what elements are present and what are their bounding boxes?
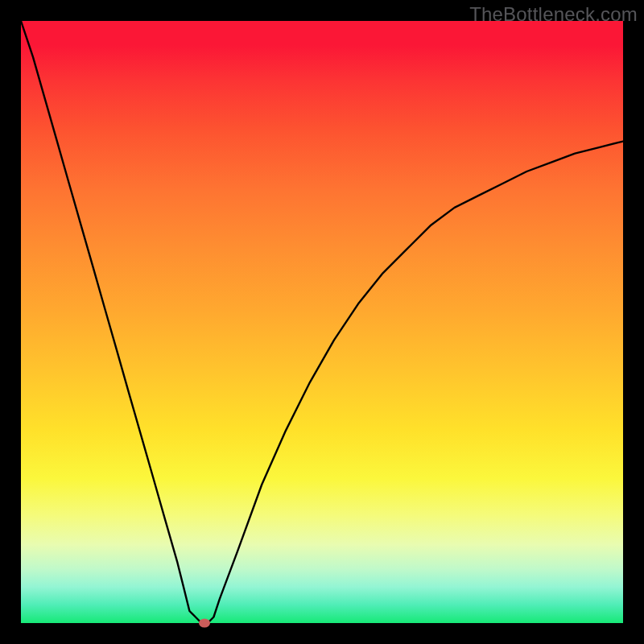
chart-frame: TheBottleneck.com <box>0 0 644 644</box>
curve-svg <box>21 21 623 623</box>
plot-area <box>21 21 623 623</box>
bottleneck-curve <box>21 21 623 623</box>
watermark-text: TheBottleneck.com <box>469 3 638 26</box>
minimum-marker <box>199 619 210 628</box>
